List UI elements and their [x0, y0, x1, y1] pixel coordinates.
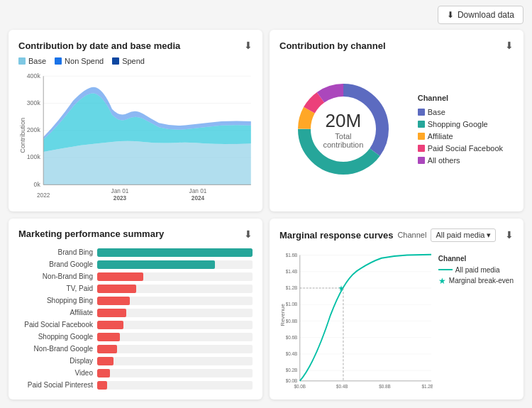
bar-track	[97, 381, 253, 390]
legend-nonspend-label: Non Spend	[65, 57, 104, 65]
bar-row: Shopping Bing	[18, 297, 253, 305]
channel-psf-label: Paid Social Facebook	[428, 144, 503, 153]
card1-legend: Base Non Spend Spend	[18, 57, 253, 65]
main-grid: Contribution by date and base media ⬇ Ba…	[0, 30, 532, 407]
svg-text:$1.2B: $1.2B	[286, 285, 298, 290]
mrc-header: Marginal response curves Channel All pai…	[279, 228, 496, 242]
channel-select[interactable]: All paid media ▾	[431, 228, 496, 242]
card3-header: Marketing performance summary ⬇	[18, 228, 253, 240]
card2-download-icon[interactable]: ⬇	[505, 40, 514, 51]
svg-text:$0.2B: $0.2B	[286, 367, 298, 373]
channel-shopping-google-dot	[418, 121, 425, 128]
download-data-button[interactable]: ⬇ Download data	[438, 6, 523, 24]
channel-others-label: All others	[428, 156, 460, 165]
bar-track	[97, 321, 253, 329]
card2-title: Contribution by channel	[279, 40, 386, 51]
bar-label: Affiliate	[18, 309, 93, 316]
card1-chart: 400k 300k 200k 100k 0k 2022 Jan 01	[18, 70, 253, 202]
bar-fill	[97, 248, 253, 257]
svg-text:$0.4B: $0.4B	[336, 383, 348, 389]
svg-text:Jan 01: Jan 01	[111, 187, 129, 194]
bar-fill	[97, 297, 130, 305]
bar-track	[97, 297, 253, 305]
svg-text:$0.8B: $0.8B	[379, 383, 391, 389]
mrc-legend-allpaid-label: All paid media	[455, 266, 500, 274]
bar-row: Paid Social Facebook	[18, 321, 253, 329]
svg-text:$1.0B: $1.0B	[286, 301, 298, 307]
donut-value: 20M	[316, 109, 370, 131]
legend-nonspend-dot	[55, 57, 62, 65]
bar-row: Paid Social Pinterest	[18, 381, 253, 390]
svg-text:2023: 2023	[113, 194, 127, 201]
bar-row: Brand Bing	[18, 248, 253, 257]
svg-text:Contribution: Contribution	[19, 118, 26, 153]
bar-track	[97, 260, 253, 269]
legend-spend-dot	[112, 57, 119, 65]
area-chart-svg: 400k 300k 200k 100k 0k 2022 Jan 01	[18, 70, 253, 202]
bar-label: Shopping Google	[18, 333, 93, 341]
svg-text:Revenue: Revenue	[280, 304, 286, 326]
mrc-content: $1.6B $1.4B $1.2B $1.0B $0.8B $0.6B $0.4…	[279, 248, 514, 390]
bar-fill	[97, 357, 113, 365]
bar-chart: Brand BingBrand GoogleNon-Brand BingTV, …	[18, 246, 253, 390]
svg-text:$1.6B: $1.6B	[286, 252, 298, 258]
bar-fill	[97, 369, 110, 377]
mrc-chart-wrapper: $1.6B $1.4B $1.2B $1.0B $0.8B $0.6B $0.4…	[279, 248, 433, 390]
svg-text:$0.6B: $0.6B	[286, 334, 298, 340]
bar-fill	[97, 381, 107, 390]
card4-download-icon[interactable]: ⬇	[505, 229, 514, 241]
mrc-svg: $1.6B $1.4B $1.2B $1.0B $0.8B $0.6B $0.4…	[279, 248, 433, 390]
download-icon: ⬇	[447, 10, 454, 20]
card-marginal-response: Marginal response curves Channel All pai…	[270, 219, 523, 400]
svg-text:100k: 100k	[27, 153, 41, 160]
bar-fill	[97, 285, 136, 293]
card-contribution-channel: Contribution by channel ⬇	[270, 30, 523, 211]
bar-label: Brand Google	[18, 260, 93, 268]
legend-base-label: Base	[28, 57, 46, 65]
bar-fill	[97, 333, 120, 341]
bar-label: Shopping Bing	[18, 297, 93, 304]
card1-download-icon[interactable]: ⬇	[244, 40, 253, 51]
mrc-legend-breakeven-label: Marginal break-even	[449, 277, 514, 285]
channel-affiliate: Affiliate	[418, 132, 503, 140]
channel-affiliate-dot	[418, 133, 425, 140]
donut-center: 20M Total contribution	[316, 109, 370, 148]
mrc-star-icon: ★	[438, 277, 446, 285]
card3-download-icon[interactable]: ⬇	[244, 228, 253, 240]
legend-nonspend: Non Spend	[55, 57, 104, 65]
bar-track	[97, 333, 253, 341]
svg-text:0k: 0k	[34, 180, 41, 187]
channel-base: Base	[418, 108, 503, 116]
bar-fill	[97, 345, 117, 353]
channel-shopping-google-label: Shopping Google	[428, 120, 488, 128]
card2-header: Contribution by channel ⬇	[279, 40, 514, 51]
bar-row: Display	[18, 357, 253, 365]
download-data-label: Download data	[458, 10, 514, 20]
bar-row: Non-Brand Google	[18, 345, 253, 353]
svg-text:$0.0B: $0.0B	[294, 383, 306, 389]
donut-container: 20M Total contribution Channel Base Shop…	[279, 57, 514, 202]
svg-text:2024: 2024	[192, 194, 205, 201]
svg-text:★: ★	[338, 284, 344, 292]
channel-legend-title: Channel	[418, 94, 503, 102]
legend-base: Base	[18, 57, 46, 65]
bar-track	[97, 309, 253, 317]
top-bar: ⬇ Download data	[0, 0, 532, 30]
channel-psf-dot	[418, 145, 425, 152]
svg-text:Jan 01: Jan 01	[189, 187, 207, 194]
bar-label: Brand Bing	[18, 248, 93, 256]
bar-label: Video	[18, 369, 93, 377]
svg-text:$1.4B: $1.4B	[286, 268, 298, 274]
bar-label: TV, Paid	[18, 285, 93, 292]
card1-title: Contribution by date and base media	[18, 40, 180, 51]
channel-base-dot	[418, 109, 425, 116]
mrc-legend-title: Channel	[438, 255, 514, 263]
bar-fill	[97, 260, 215, 269]
bar-label: Non-Brand Bing	[18, 272, 93, 280]
donut-label: Total contribution	[316, 131, 370, 148]
channel-all-others: All others	[418, 156, 503, 165]
svg-text:$0.8B: $0.8B	[286, 318, 298, 324]
bar-row: Affiliate	[18, 309, 253, 317]
channel-label-text: Channel	[397, 231, 426, 239]
bar-row: Video	[18, 369, 253, 377]
